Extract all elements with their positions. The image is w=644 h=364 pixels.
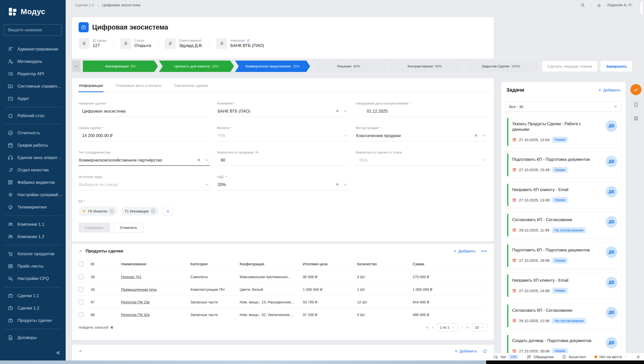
cancel-button[interactable]: Отменить: [114, 223, 144, 232]
make-current-stage-button[interactable]: Сделать текущим этапом: [542, 61, 598, 72]
be-chip-innotech[interactable]: ★ ГК Иннотех ✕: [79, 206, 117, 216]
user-menu[interactable]: Леденев А. П.: [607, 3, 632, 7]
column-header-sum[interactable]: Сумма: [413, 257, 487, 271]
task-card[interactable]: Указать Продукты Сделки - Работа с данны…: [505, 116, 622, 148]
avatar[interactable]: ДВ: [606, 120, 617, 132]
avatar[interactable]: ДВ: [606, 277, 617, 288]
column-header-quantity[interactable]: Количество: [357, 257, 413, 271]
task-card[interactable]: Подготовить КП - Подготовка документов 2…: [505, 242, 622, 269]
more-actions-button[interactable]: •••: [481, 249, 487, 254]
add-be-button[interactable]: +: [162, 206, 174, 216]
chevron-down-icon[interactable]: [343, 182, 348, 187]
stage-decision[interactable]: Решение60%: [311, 61, 386, 72]
appeals-button[interactable]: Обращения: [523, 353, 558, 360]
scrollbar-thumb[interactable]: [640, 1, 643, 15]
bell-icon[interactable]: [597, 3, 602, 8]
tasks-filter-select[interactable]: Все - 30: [505, 101, 622, 112]
clear-icon[interactable]: ✕: [336, 182, 339, 187]
task-card[interactable]: Подготовить КП - Подготовка документов 2…: [505, 151, 622, 178]
sidebar-item-cpq-settings[interactable]: Настройки CPQ: [0, 272, 66, 285]
sidebar-item-widget-factory[interactable]: Фабрика виджетов: [0, 176, 66, 189]
row-checkbox[interactable]: [79, 287, 83, 292]
stage-contracting[interactable]: Контрактование90%: [387, 61, 462, 72]
remove-chip-icon[interactable]: ✕: [151, 209, 155, 213]
sidebar-item-telemarketing[interactable]: Телемаркетинг: [0, 201, 66, 213]
avatar[interactable]: ДВ: [606, 156, 617, 167]
task-card[interactable]: Согласовать КП - Согласование 29.10.2025…: [505, 212, 622, 239]
sidebar-item-administration[interactable]: Администрирование: [0, 43, 66, 55]
avatar[interactable]: ДВ: [606, 216, 617, 228]
sidebar-item-product-catalog[interactable]: Каталог продуктов: [0, 248, 66, 260]
assistant-button[interactable]: Ассистент: [558, 353, 590, 360]
external-link-icon[interactable]: [246, 39, 250, 42]
settings-button[interactable]: [632, 353, 644, 360]
pipeline-dropdown-button[interactable]: [72, 61, 81, 72]
chevron-down-icon[interactable]: [205, 182, 210, 187]
sidebar-item-operator-window[interactable]: Единое окно оператора: [0, 151, 66, 164]
clear-icon[interactable]: ✕: [197, 158, 201, 162]
task-card[interactable]: Направить КП клиенту - Email 27.10.2025,…: [505, 272, 622, 299]
sidebar-search[interactable]: [4, 24, 62, 36]
tab-related-deals[interactable]: Связанные сделки: [174, 78, 209, 92]
presence-select[interactable]: Нет на месте: [590, 353, 632, 360]
stage-qualification[interactable]: Квалификация6%: [83, 61, 158, 72]
lead-source-select[interactable]: Выберите из списка: [79, 182, 205, 187]
be-chip-t1[interactable]: Т1 Инновации ✕: [121, 207, 159, 216]
sidebar-item-quality-dept[interactable]: Отдел качества: [0, 164, 66, 176]
add-button[interactable]: +Добавить: [455, 348, 477, 354]
collapse-section-icon[interactable]: [79, 349, 83, 353]
row-checkbox[interactable]: [79, 312, 83, 317]
add-product-button[interactable]: +Добавить: [454, 248, 476, 254]
chevron-down-icon[interactable]: [482, 133, 487, 138]
contract-date-input[interactable]: 01.12.2025: [356, 109, 487, 114]
sidebar-item-contracts[interactable]: Договоры: [0, 331, 66, 344]
add-task-button[interactable]: +Добавить: [598, 87, 621, 93]
avatar[interactable]: ДВ: [606, 186, 617, 198]
seller-probability-input[interactable]: 60: [218, 158, 348, 163]
company-select[interactable]: БАНК ВТБ (ПАО): [218, 109, 334, 114]
sidebar-search-input[interactable]: [8, 28, 60, 32]
column-header-total-price[interactable]: Итоговая цена: [303, 257, 357, 271]
vat-select[interactable]: 20%: [218, 182, 334, 187]
save-button[interactable]: Сохранить: [79, 223, 110, 232]
sidebar-collapse-button[interactable]: «: [56, 348, 60, 356]
remove-chip-icon[interactable]: ✕: [110, 209, 114, 213]
sidebar-item-work-schedule[interactable]: График работы: [0, 139, 66, 151]
tasks-rail-button[interactable]: [630, 84, 641, 95]
stage-customer-value[interactable]: Ценность для клиента10%: [159, 61, 234, 72]
chevron-down-icon[interactable]: [343, 109, 348, 114]
column-header-category[interactable]: Категория: [190, 257, 240, 271]
collapse-section-icon[interactable]: [79, 249, 83, 253]
stage-commercial-offer[interactable]: Коммерческое предложение25%: [235, 61, 310, 72]
next-page-button[interactable]: ›: [461, 325, 463, 330]
product-link[interactable]: Промышленная печь: [121, 288, 157, 292]
breadcrumb-parent[interactable]: Сделки 1.2: [75, 3, 94, 7]
deal-name-input[interactable]: Цифровая экосистема: [79, 109, 210, 114]
product-link[interactable]: Редуктор ГМ 32в: [121, 313, 150, 317]
sidebar-item-deals-11[interactable]: Сделки 1.1: [0, 290, 66, 302]
documents-rail-button[interactable]: [630, 99, 641, 110]
chevron-down-icon[interactable]: [205, 158, 210, 163]
prev-page-button[interactable]: ‹: [432, 325, 434, 330]
app-logo[interactable]: Модус: [0, 0, 66, 19]
clear-icon[interactable]: ✕: [336, 109, 339, 113]
sidebar-item-price-lists[interactable]: Прайс-листы: [0, 260, 66, 272]
stage-closing[interactable]: Закрытие Сделки100%: [463, 61, 538, 72]
page-indicator-select[interactable]: 1 из 1: [437, 323, 458, 331]
avatar[interactable]: ДВ: [606, 337, 617, 349]
sidebar-item-deals-12[interactable]: Сделки 1.2: [0, 302, 66, 314]
finish-deal-button[interactable]: Завершить: [600, 61, 633, 72]
sidebar-item-api-editor[interactable]: Редактор API: [0, 68, 66, 80]
tab-planned-acts[interactable]: Плановые акты и оплаты: [115, 78, 162, 92]
product-link[interactable]: Геоскан 701: [121, 275, 141, 279]
sidebar-item-desktop[interactable]: Рабочий стол: [0, 110, 66, 122]
select-all-checkbox[interactable]: [79, 262, 83, 266]
sidebar-item-metamodel[interactable]: Метамодель: [0, 55, 66, 68]
sidebar-item-supervisor-settings[interactable]: Настройки супервайзе...: [0, 189, 66, 201]
sidebar-item-reporting[interactable]: Отчетность: [0, 127, 66, 139]
avatar[interactable]: ДВ: [606, 307, 617, 318]
knowledge-rail-button[interactable]: [630, 113, 641, 124]
sidebar-item-audit[interactable]: Аудит: [0, 92, 66, 105]
sidebar-item-deal-products[interactable]: Продукты сделки: [0, 314, 66, 327]
cooperation-type-select[interactable]: Коммерческое/хозяйственное партнёрство: [79, 158, 195, 163]
